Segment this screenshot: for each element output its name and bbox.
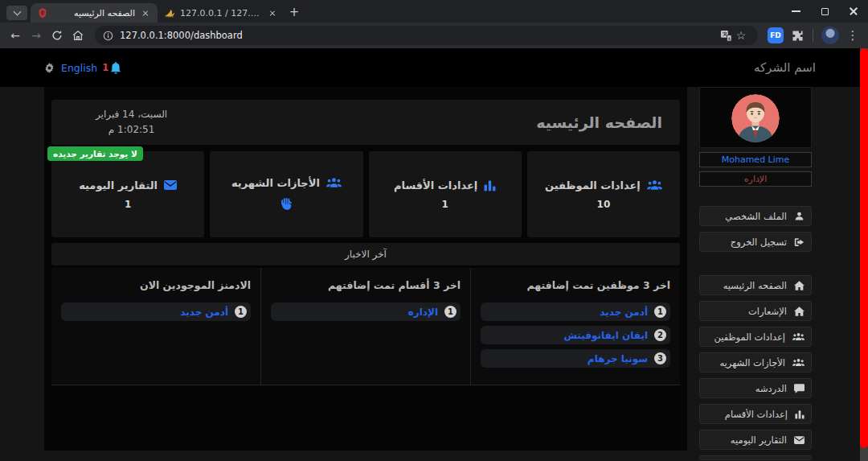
sidebar-item-profile[interactable]: الملف الشخصي — [699, 206, 812, 226]
sidebar-item-department-settings[interactable]: إعدادات الأقسام — [699, 404, 812, 424]
list-item[interactable]: 3 سونيا جرهام — [481, 349, 670, 368]
tab-phpmyadmin[interactable]: 127.0.0.1 / 127.0.0.1 / hrms / co — [158, 3, 285, 23]
main-content: الصفحه الرئيسيه السبت، 14 فبراير 1:02:51… — [44, 87, 687, 451]
language-link[interactable]: English — [61, 62, 97, 74]
time-text: 1:02:51 م — [96, 122, 167, 138]
card-daily-reports[interactable]: التقارير اليوميه 1 — [51, 151, 204, 237]
user-role: الإداره — [699, 171, 812, 187]
sidebar-item-label: التقارير اليوميه — [731, 434, 787, 446]
sidebar-item-chat[interactable]: الدردشه — [699, 378, 812, 398]
site-favicon — [37, 7, 48, 19]
sidebar-group-gap — [699, 257, 812, 275]
browser-toolbar: 127.0.0.1:8000/dashboard FD — [0, 23, 868, 48]
list-item[interactable]: 1 أدمن جديد — [61, 303, 251, 321]
card-employee-settings[interactable]: إعدادات الموظفين 10 — [527, 151, 680, 237]
tab-dashboard[interactable]: الصفحه الرئيسيه — [31, 3, 158, 23]
card-value: 1 — [125, 199, 131, 210]
extension-badge-icon[interactable]: FD — [768, 27, 784, 43]
sidebar-item-home[interactable]: الصفحه الرئيسيه — [699, 275, 812, 295]
item-label: أدمن جديد — [600, 307, 648, 318]
sidebar-item-monthly-leaves[interactable]: الأجازات الشهريه — [699, 352, 812, 373]
new-tab-button[interactable]: + — [285, 3, 304, 23]
user-icon — [794, 211, 805, 221]
column-title: الادمنز الموجودين الان — [61, 279, 251, 291]
home-button[interactable] — [68, 25, 88, 46]
sidebar-item-daily-reports[interactable]: التقارير اليوميه — [699, 430, 812, 450]
bookmark-star-icon[interactable] — [732, 27, 750, 44]
column-latest-departments: اخر 3 أقسام تمت إضافتهم 1 الإداره — [260, 268, 470, 385]
sidebar-item-label: الإشعارات — [748, 306, 787, 317]
list-item[interactable]: 1 أدمن جديد — [481, 303, 670, 321]
home-icon — [794, 307, 805, 316]
back-button[interactable] — [5, 25, 26, 46]
scrollbar-thumb[interactable] — [860, 48, 868, 448]
users-icon — [326, 177, 342, 188]
tab-search-button[interactable] — [6, 6, 27, 20]
address-bar[interactable]: 127.0.0.1:8000/dashboard — [95, 26, 758, 45]
item-label: الإداره — [408, 307, 438, 318]
item-number-badge: 1 — [444, 306, 457, 318]
item-number-badge: 2 — [654, 329, 666, 341]
notification-count: 1 — [102, 62, 108, 73]
item-number-badge: 1 — [654, 306, 666, 318]
list-item[interactable]: 1 الإداره — [271, 303, 461, 321]
sidebar-item-label: الأجازات الشهريه — [719, 357, 785, 368]
user-name: Mohamed Lime — [699, 152, 812, 167]
extensions-button[interactable] — [787, 25, 808, 46]
reload-button[interactable] — [47, 25, 68, 46]
tab-close-icon[interactable] — [267, 7, 278, 19]
latest-news-bar: آخر الاخبار — [51, 243, 680, 265]
user-avatar-box — [699, 87, 812, 148]
toolbar-divider — [813, 29, 813, 42]
sidebar-item-label: إعدادات الموظفين — [714, 331, 785, 343]
sidebar-item-label: تسجيل الخروج — [731, 237, 787, 248]
tab-close-icon[interactable] — [140, 7, 151, 19]
logout-icon — [794, 237, 805, 247]
sidebar-item-employee-settings[interactable]: إعدادات الموظفين — [699, 327, 812, 347]
tab-strip: الصفحه الرئيسيه 127.0.0.1 / 127.0.0.1 / … — [0, 0, 868, 23]
tab-title: 127.0.0.1 / 127.0.0.1 / hrms / co — [180, 8, 262, 19]
bar-chart-icon — [484, 179, 496, 191]
card-value: 10 — [597, 199, 611, 210]
forward-button[interactable] — [26, 25, 47, 46]
users-icon — [792, 358, 805, 367]
sidebar-item-partial[interactable] — [699, 455, 812, 460]
card-label: التقارير اليوميه — [79, 179, 158, 191]
url-text: 127.0.0.1:8000/dashboard — [120, 30, 720, 41]
card-department-settings[interactable]: إعدادات الأقسام 1 — [369, 151, 522, 237]
users-icon — [792, 332, 805, 341]
item-label: سونيا جرهام — [588, 353, 648, 364]
minimize-icon — [792, 10, 800, 12]
users-icon — [647, 179, 662, 191]
maximize-button[interactable] — [810, 0, 839, 23]
mail-icon — [164, 180, 177, 190]
sidebar-item-notifications[interactable]: الإشعارات — [699, 301, 812, 321]
page-scrollbar[interactable] — [860, 48, 868, 461]
raised-hand-icon[interactable] — [280, 196, 293, 212]
window-controls — [781, 0, 868, 23]
card-value: 1 — [441, 199, 448, 210]
bell-icon[interactable] — [110, 62, 121, 74]
minimize-button[interactable] — [781, 0, 810, 23]
sidebar-item-logout[interactable]: تسجيل الخروج — [699, 232, 812, 252]
datetime: السبت، 14 فبراير 1:02:51 م — [96, 107, 167, 138]
card-label: إعدادات الأقسام — [394, 179, 477, 191]
company-name: اسم الشركه — [754, 60, 816, 75]
close-button[interactable] — [839, 0, 868, 23]
list-item[interactable]: 2 ايفان ايفانوفيتش — [481, 326, 670, 344]
translate-icon[interactable] — [720, 30, 732, 42]
home-icon — [72, 30, 84, 41]
avatar[interactable] — [731, 94, 780, 142]
browser-profile-avatar[interactable] — [821, 27, 839, 44]
sidebar-item-label: إعدادات الأقسام — [725, 409, 788, 420]
column-title: اخر 3 أقسام تمت إضافتهم — [271, 279, 461, 291]
page-title-card: الصفحه الرئيسيه السبت، 14 فبراير 1:02:51… — [51, 100, 680, 145]
info-icon — [103, 31, 113, 41]
gear-icon[interactable] — [44, 63, 55, 73]
browser-chrome: الصفحه الرئيسيه 127.0.0.1 / 127.0.0.1 / … — [0, 0, 868, 48]
column-title: اخر 3 موظفين تمت إضافتهم — [481, 279, 670, 291]
sidebar-item-label: الملف الشخصي — [725, 211, 787, 222]
card-monthly-leaves[interactable]: الأجازات الشهريه — [210, 151, 362, 237]
item-label: أدمن جديد — [180, 307, 228, 318]
browser-menu-button[interactable] — [842, 25, 863, 46]
